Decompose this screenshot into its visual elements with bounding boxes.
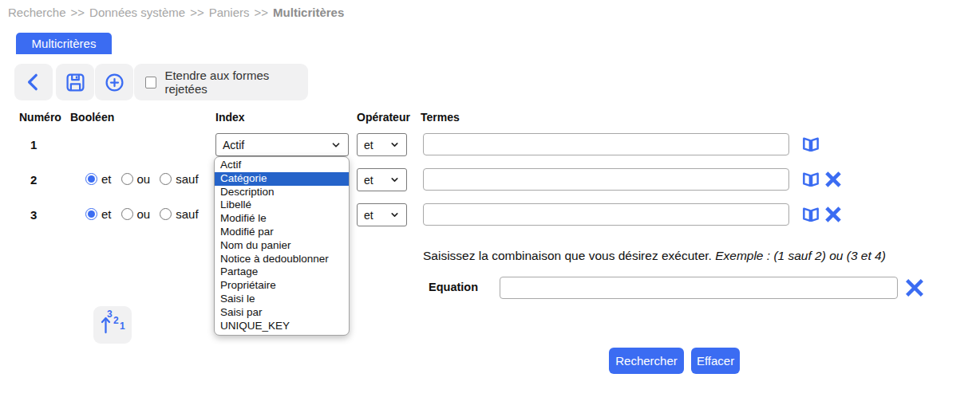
chevron-down-icon [389, 140, 400, 150]
renumber-rows-button[interactable]: 3 2 1 [93, 306, 132, 344]
radio-sauf[interactable] [160, 173, 172, 185]
radio-et[interactable] [85, 208, 97, 220]
chevron-left-icon [23, 72, 44, 92]
breadcrumb-current: Multicritères [273, 6, 344, 19]
radio-ou-label[interactable]: ou [137, 207, 151, 221]
open-book-icon [800, 134, 821, 155]
x-icon [823, 169, 844, 190]
equation-hint-example: Exemple : (1 sauf 2) ou (3 et 4) [715, 249, 886, 262]
terms-input[interactable] [423, 168, 789, 191]
breadcrumb: Recherche>>Données système>>Paniers>>Mul… [8, 6, 344, 19]
dropdown-option[interactable]: Nom du panier [215, 239, 349, 253]
header-termes: Termes [421, 111, 460, 124]
x-icon [903, 276, 927, 300]
index-select[interactable]: Actif [215, 133, 349, 156]
radio-ou-label[interactable]: ou [137, 172, 151, 186]
radio-et-label[interactable]: et [101, 172, 112, 186]
row-number: 1 [30, 138, 37, 151]
sort-digit-1: 1 [120, 321, 125, 332]
clear-equation-button[interactable] [903, 276, 927, 300]
equation-label: Equation [429, 281, 478, 293]
header-operateur: Opérateur [357, 111, 410, 124]
dropdown-option[interactable]: Notice à dedoublonner [215, 253, 349, 266]
dropdown-option-highlighted[interactable]: Catégorie [215, 172, 349, 186]
save-button[interactable] [56, 64, 94, 100]
chevron-down-icon [389, 175, 400, 185]
plus-circle-icon [104, 72, 125, 93]
operator-select-value: et [364, 209, 373, 222]
back-button[interactable] [14, 64, 53, 100]
dropdown-option[interactable]: Propriétaire [215, 279, 349, 293]
search-button[interactable]: Rechercher [609, 348, 684, 374]
radio-sauf-label[interactable]: sauf [176, 172, 198, 186]
operator-select[interactable]: et [357, 133, 407, 156]
operator-select-value: et [364, 174, 373, 187]
radio-ou[interactable] [121, 173, 133, 185]
add-criterion-button[interactable] [95, 64, 133, 100]
index-select-value: Actif [223, 139, 244, 151]
dropdown-option[interactable]: Modifié par [215, 226, 349, 239]
terms-input[interactable] [423, 203, 789, 226]
floppy-disk-icon [65, 72, 86, 93]
boolean-radio-group: et ou sauf [85, 207, 208, 221]
operator-select[interactable]: et [357, 168, 407, 191]
header-index: Index [215, 111, 245, 124]
index-dropdown-list: Actif Catégorie Description Libellé Modi… [214, 156, 350, 336]
chevron-down-icon [330, 140, 342, 151]
breadcrumb-item-donnees-systeme[interactable]: Données système [89, 6, 185, 19]
lookup-terms-button[interactable] [800, 169, 821, 190]
equation-hint: Saisissez la combinaison que vous désire… [423, 249, 886, 263]
dropdown-option[interactable]: Saisi par [215, 306, 349, 320]
lookup-terms-button[interactable] [800, 134, 821, 155]
breadcrumb-separator: >> [255, 6, 269, 19]
radio-ou[interactable] [121, 208, 133, 220]
radio-sauf-label[interactable]: sauf [176, 207, 198, 221]
header-numero: Numéro [19, 111, 61, 124]
radio-et-label[interactable]: et [101, 207, 112, 221]
breadcrumb-separator: >> [71, 6, 85, 19]
lookup-terms-button[interactable] [800, 204, 821, 225]
rejected-forms-label[interactable]: Etendre aux formes rejetées [164, 69, 308, 96]
breadcrumb-item-recherche[interactable]: Recherche [8, 6, 66, 19]
arrow-up-icon [101, 316, 111, 334]
open-book-icon [800, 204, 821, 225]
dropdown-option[interactable]: Actif [215, 159, 349, 172]
open-book-icon [800, 169, 821, 190]
radio-et[interactable] [85, 173, 97, 185]
multicriteria-search-page: Recherche>>Données système>>Paniers>>Mul… [0, 0, 980, 409]
terms-input[interactable] [423, 133, 789, 155]
radio-sauf[interactable] [160, 208, 172, 220]
sort-digit-2: 2 [113, 315, 119, 326]
row-number: 2 [30, 173, 37, 187]
x-icon [823, 204, 844, 225]
equation-hint-text: Saisissez la combinaison que vous désire… [423, 249, 712, 262]
row-number: 3 [30, 208, 37, 222]
operator-select[interactable]: et [357, 203, 407, 226]
header-booleen: Booléen [70, 111, 114, 124]
boolean-radio-group: et ou sauf [85, 172, 208, 186]
rejected-forms-checkbox[interactable] [145, 77, 156, 88]
dropdown-option[interactable]: Saisi le [215, 293, 349, 306]
chevron-down-icon [389, 210, 400, 220]
dropdown-option[interactable]: Description [215, 186, 349, 199]
dropdown-option[interactable]: Partage [215, 265, 349, 279]
operator-select-value: et [364, 139, 373, 151]
tab-multicriteres[interactable]: Multicritères [16, 33, 112, 54]
breadcrumb-item-paniers[interactable]: Paniers [209, 6, 250, 19]
remove-row-button[interactable] [823, 204, 844, 225]
clear-button[interactable]: Effacer [691, 348, 740, 374]
dropdown-option[interactable]: Modifié le [215, 212, 349, 226]
breadcrumb-separator: >> [190, 6, 204, 19]
remove-row-button[interactable] [823, 169, 844, 190]
dropdown-option[interactable]: UNIQUE_KEY [215, 320, 349, 333]
dropdown-option[interactable]: Libellé [215, 199, 349, 212]
equation-input[interactable] [500, 277, 898, 299]
rejected-forms-option: Etendre aux formes rejetées [134, 64, 308, 100]
